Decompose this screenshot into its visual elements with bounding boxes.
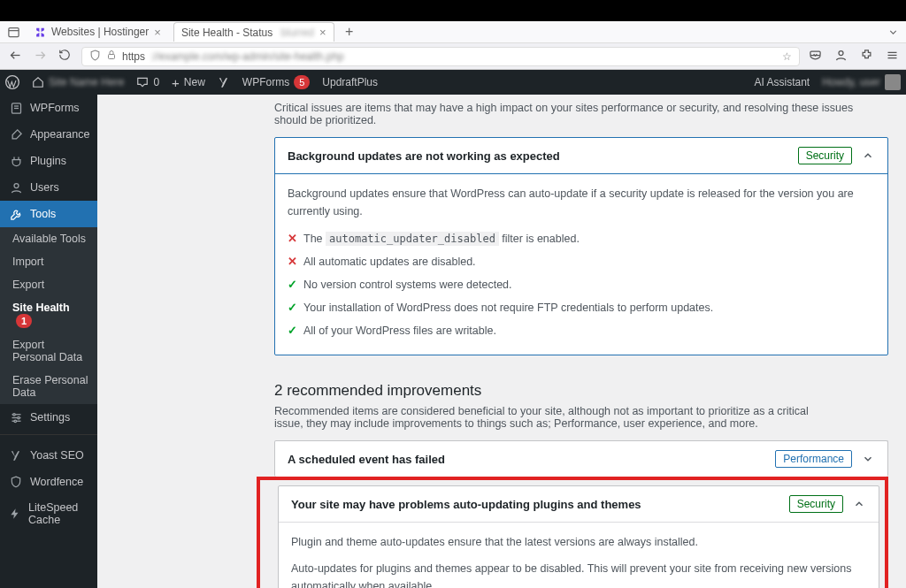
check-icon: ✓ — [288, 322, 297, 340]
svg-point-20 — [14, 420, 17, 423]
yoast-adminbar-icon[interactable] — [218, 76, 230, 88]
submenu-available-tools[interactable]: Available Tools — [0, 227, 97, 250]
sidebar-item-tools[interactable]: Tools — [0, 201, 97, 227]
submenu-erase-personal-data[interactable]: Erase Personal Data — [0, 369, 97, 404]
sidebar-label: Appearance — [30, 128, 89, 141]
close-icon[interactable]: × — [154, 26, 161, 39]
shield-icon — [89, 50, 101, 64]
sidebar-label: LiteSpeed Cache — [28, 501, 90, 526]
svg-point-19 — [17, 416, 19, 419]
check-text: All automatic updates are disabled. — [303, 253, 476, 271]
new-label: New — [184, 76, 205, 88]
submenu-site-health[interactable]: Site Health 1 — [0, 296, 97, 333]
submenu-import[interactable]: Import — [0, 250, 97, 273]
sitehealth-badge: 1 — [16, 314, 32, 328]
sliders-icon — [9, 410, 23, 424]
svg-point-14 — [14, 183, 19, 187]
lock-icon — [106, 50, 117, 63]
bolt-icon — [9, 507, 21, 521]
updraft-adminbar[interactable]: UpdraftPlus — [322, 76, 378, 88]
brush-icon — [9, 127, 23, 141]
svg-rect-0 — [8, 27, 18, 36]
panel-body: Background updates ensure that WordPress… — [275, 174, 887, 355]
users-icon — [9, 180, 23, 195]
sidebar-item-appearance[interactable]: Appearance — [0, 121, 97, 148]
panel-header-scheduled-event[interactable]: A scheduled event has failed Performance — [275, 441, 887, 477]
sidebar-item-wordfence[interactable]: Wordfence — [0, 469, 97, 495]
browser-tab-strip: Websites | Hostinger × Site Health - Sta… — [0, 21, 906, 43]
site-title: Site Name Here — [49, 76, 124, 88]
critical-description: Critical issues are items that may have … — [274, 102, 888, 126]
sidebar-label: Tools — [30, 208, 56, 220]
updraft-label: UpdraftPlus — [322, 76, 378, 88]
close-icon[interactable]: × — [319, 26, 326, 39]
check-item-fail: ✕ The automatic_updater_disabled filter … — [288, 227, 875, 250]
security-badge: Security — [798, 147, 852, 164]
sidebar-label: Plugins — [30, 155, 66, 167]
sidebar-label: Yoast SEO — [30, 449, 84, 462]
menu-icon[interactable] — [886, 49, 899, 65]
url-bar[interactable]: https ://example.com/wp-admin/site-healt… — [81, 47, 800, 66]
panel-title: Your site may have problems auto-updatin… — [291, 498, 641, 511]
performance-badge: Performance — [775, 450, 852, 468]
sidebar-item-litespeed[interactable]: LiteSpeed Cache — [0, 495, 97, 532]
back-button[interactable] — [7, 49, 23, 65]
url-host: ://example.com/wp-admin/site-health.php — [150, 50, 344, 63]
browser-tab-label: Websites | Hostinger — [51, 26, 149, 38]
yoast-icon — [9, 448, 23, 462]
forward-button — [32, 49, 48, 65]
check-icon: ✓ — [288, 276, 297, 294]
extensions-icon[interactable] — [860, 49, 873, 65]
chevron-down-icon — [861, 452, 875, 466]
submenu-export[interactable]: Export — [0, 273, 97, 296]
check-item-pass: ✓No version control systems were detecte… — [288, 273, 875, 296]
new-tab-button[interactable]: + — [342, 24, 357, 40]
check-item-pass: ✓All of your WordPress files are writabl… — [288, 319, 875, 342]
reload-button[interactable] — [57, 49, 73, 64]
sidebar-item-users[interactable]: Users — [0, 174, 97, 201]
wpforms-badge: 5 — [294, 75, 310, 89]
browser-tab-hostinger[interactable]: Websites | Hostinger × — [27, 23, 168, 42]
panel-header-background-updates[interactable]: Background updates are not working as ex… — [275, 138, 887, 174]
tabs-dropdown-icon[interactable] — [885, 24, 901, 40]
sidebar-label: Settings — [30, 411, 70, 424]
check-list: ✕ The automatic_updater_disabled filter … — [288, 227, 875, 342]
submenu-label: Site Health — [12, 302, 70, 314]
wp-admin-bar: Site Name Here 0 + New WPForms 5 Updraft… — [0, 70, 906, 95]
ai-assistant-link[interactable]: AI Assistant — [754, 76, 810, 88]
submenu-export-personal-data[interactable]: Export Personal Data — [0, 333, 97, 369]
recommended-panel-auto-updating: Your site may have problems auto-updatin… — [278, 485, 879, 588]
sidebar-item-wpforms[interactable]: WPForms — [0, 95, 97, 121]
panel-title: Background updates are not working as ex… — [288, 149, 560, 163]
comments-link[interactable]: 0 — [136, 76, 159, 88]
code-literal: automatic_updater_disabled — [326, 232, 499, 246]
new-content-link[interactable]: + New — [172, 75, 205, 90]
url-protocol: https — [122, 50, 145, 63]
aiassist-label: AI Assistant — [754, 76, 810, 88]
sidebar-label: Users — [30, 181, 59, 194]
hostinger-favicon — [34, 26, 46, 38]
wpforms-adminbar[interactable]: WPForms 5 — [242, 75, 310, 89]
svg-rect-4 — [109, 55, 115, 59]
sidebar-item-yoast[interactable]: Yoast SEO — [0, 442, 97, 469]
sidebar-item-settings[interactable]: Settings — [0, 404, 97, 431]
browser-right-icons — [809, 49, 899, 65]
account-icon[interactable] — [834, 49, 848, 65]
chevron-up-icon — [861, 149, 875, 163]
check-text: Your installation of WordPress does not … — [303, 299, 713, 317]
panel-body: Plugin and theme auto-updates ensure tha… — [279, 523, 879, 588]
window-titlebar — [0, 0, 906, 21]
sidebar-item-plugins[interactable]: Plugins — [0, 148, 97, 174]
avatar — [885, 74, 901, 90]
browser-tab-sitehealth[interactable]: Site Health - Status blurred × — [173, 22, 334, 42]
check-icon: ✓ — [288, 299, 297, 317]
pocket-icon[interactable] — [809, 49, 822, 65]
howdy-user[interactable]: Howdy, user — [822, 74, 901, 90]
recommended-panel-scheduled-event: A scheduled event has failed Performance — [274, 440, 888, 477]
site-home-link[interactable]: Site Name Here — [32, 76, 124, 88]
sidebar-toggle-icon[interactable] — [5, 24, 21, 40]
wp-logo-icon[interactable] — [5, 75, 19, 89]
panel-header-auto-updating[interactable]: Your site may have problems auto-updatin… — [279, 486, 879, 523]
bookmark-star-icon[interactable]: ☆ — [782, 50, 792, 63]
check-text: No version control systems were detected… — [303, 276, 512, 294]
